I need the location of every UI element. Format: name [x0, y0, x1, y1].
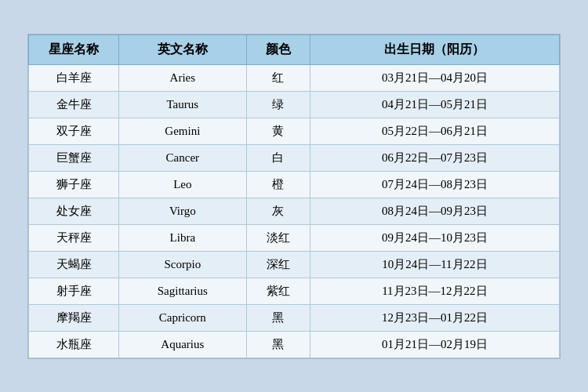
- table-row: 双子座Gemini黄05月22日—06月21日: [29, 118, 560, 144]
- cell-date: 07月24日—08月23日: [310, 171, 559, 198]
- zodiac-table-container: 星座名称 英文名称 颜色 出生日期（阳历） 白羊座Aries红03月21日—04…: [27, 34, 561, 359]
- table-row: 白羊座Aries红03月21日—04月20日: [29, 64, 560, 91]
- cell-color: 灰: [246, 198, 310, 224]
- cell-chinese: 处女座: [29, 198, 119, 224]
- cell-chinese: 天秤座: [29, 224, 119, 251]
- cell-color: 紫红: [246, 278, 310, 304]
- table-row: 天蝎座Scorpio深红10月24日—11月22日: [29, 251, 560, 278]
- cell-color: 橙: [246, 171, 310, 198]
- cell-date: 08月24日—09月23日: [310, 198, 559, 224]
- cell-date: 11月23日—12月22日: [310, 278, 559, 304]
- cell-color: 红: [246, 64, 310, 91]
- cell-date: 06月22日—07月23日: [310, 144, 559, 171]
- table-row: 金牛座Taurus绿04月21日—05月21日: [29, 91, 560, 118]
- cell-color: 绿: [246, 91, 310, 118]
- table-header-row: 星座名称 英文名称 颜色 出生日期（阳历）: [29, 34, 560, 64]
- header-chinese: 星座名称: [29, 34, 119, 64]
- cell-color: 深红: [246, 251, 310, 278]
- cell-chinese: 巨蟹座: [29, 144, 119, 171]
- table-row: 处女座Virgo灰08月24日—09月23日: [29, 198, 560, 224]
- cell-chinese: 狮子座: [29, 171, 119, 198]
- header-color: 颜色: [246, 34, 310, 64]
- cell-date: 03月21日—04月20日: [310, 64, 559, 91]
- table-row: 水瓶座Aquarius黑01月21日—02月19日: [29, 331, 560, 358]
- table-row: 射手座Sagittarius紫红11月23日—12月22日: [29, 278, 560, 304]
- cell-english: Scorpio: [119, 251, 246, 278]
- cell-english: Aries: [119, 64, 246, 91]
- table-row: 摩羯座Capricorn黑12月23日—01月22日: [29, 304, 560, 331]
- cell-color: 淡红: [246, 224, 310, 251]
- cell-english: Sagittarius: [119, 278, 246, 304]
- cell-english: Taurus: [119, 91, 246, 118]
- cell-chinese: 水瓶座: [29, 331, 119, 358]
- table-row: 天秤座Libra淡红09月24日—10月23日: [29, 224, 560, 251]
- cell-date: 05月22日—06月21日: [310, 118, 559, 144]
- table-row: 巨蟹座Cancer白06月22日—07月23日: [29, 144, 560, 171]
- header-english: 英文名称: [119, 34, 246, 64]
- cell-chinese: 射手座: [29, 278, 119, 304]
- cell-color: 黄: [246, 118, 310, 144]
- cell-chinese: 摩羯座: [29, 304, 119, 331]
- cell-date: 04月21日—05月21日: [310, 91, 559, 118]
- cell-date: 12月23日—01月22日: [310, 304, 559, 331]
- cell-color: 黑: [246, 304, 310, 331]
- cell-english: Virgo: [119, 198, 246, 224]
- cell-chinese: 双子座: [29, 118, 119, 144]
- cell-english: Capricorn: [119, 304, 246, 331]
- cell-chinese: 天蝎座: [29, 251, 119, 278]
- table-row: 狮子座Leo橙07月24日—08月23日: [29, 171, 560, 198]
- zodiac-table: 星座名称 英文名称 颜色 出生日期（阳历） 白羊座Aries红03月21日—04…: [28, 34, 560, 358]
- cell-date: 09月24日—10月23日: [310, 224, 559, 251]
- cell-english: Cancer: [119, 144, 246, 171]
- cell-english: Aquarius: [119, 331, 246, 358]
- cell-color: 白: [246, 144, 310, 171]
- cell-date: 10月24日—11月22日: [310, 251, 559, 278]
- cell-chinese: 白羊座: [29, 64, 119, 91]
- table-body: 白羊座Aries红03月21日—04月20日金牛座Taurus绿04月21日—0…: [29, 64, 560, 358]
- cell-color: 黑: [246, 331, 310, 358]
- cell-date: 01月21日—02月19日: [310, 331, 559, 358]
- header-date: 出生日期（阳历）: [310, 34, 559, 64]
- cell-english: Leo: [119, 171, 246, 198]
- cell-english: Gemini: [119, 118, 246, 144]
- cell-english: Libra: [119, 224, 246, 251]
- cell-chinese: 金牛座: [29, 91, 119, 118]
